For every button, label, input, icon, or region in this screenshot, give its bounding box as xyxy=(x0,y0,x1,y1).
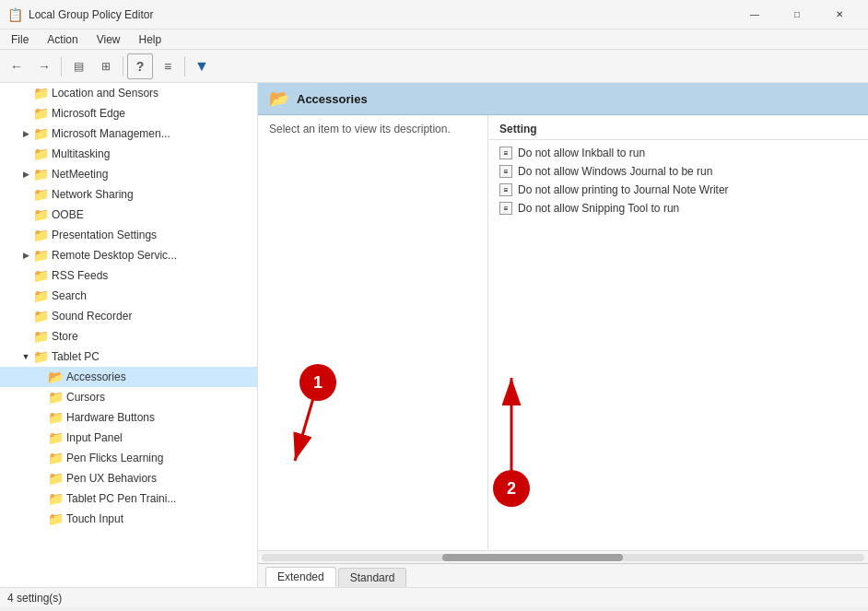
toolbar-separator-3 xyxy=(184,56,185,76)
tree-item-label: Input Panel xyxy=(66,431,123,444)
tree-item-accessories[interactable]: 📂 Accessories xyxy=(0,367,257,387)
setting-icon-3: ≡ xyxy=(499,183,512,196)
filter-button[interactable]: ▼ xyxy=(189,53,215,79)
expand-icon xyxy=(18,288,33,303)
tree-item-tablet-pc[interactable]: ▼ 📁 Tablet PC xyxy=(0,347,257,367)
expand-icon xyxy=(33,430,48,445)
setting-label-2: Do not allow Windows Journal to be run xyxy=(518,165,712,178)
tree-item-label: Accessories xyxy=(66,370,126,383)
menu-view[interactable]: View xyxy=(89,31,128,48)
tree-item-pen-ux-behaviors[interactable]: 📁 Pen UX Behaviors xyxy=(0,468,257,488)
tree-item-label: Remote Desktop Servic... xyxy=(52,249,177,262)
folder-icon: 📁 xyxy=(33,228,48,242)
tree-item-label: Sound Recorder xyxy=(52,310,132,323)
scrollbar-thumb[interactable] xyxy=(442,554,623,561)
tree-item-touch-input[interactable]: 📁 Touch Input xyxy=(0,509,257,529)
tree-item-pen-flicks-learning[interactable]: 📁 Pen Flicks Learning xyxy=(0,448,257,468)
tree-item-sound-recorder[interactable]: 📁 Sound Recorder xyxy=(0,306,257,326)
menu-action[interactable]: Action xyxy=(40,31,85,48)
tree-item-multitasking[interactable]: 📁 Multitasking xyxy=(0,144,257,164)
tree-panel[interactable]: 📁 Location and Sensors 📁 Microsoft Edge … xyxy=(0,83,258,587)
content-body: Select an item to view its description. … xyxy=(258,115,868,550)
expand-icon xyxy=(18,86,33,100)
expand-icon: ▼ xyxy=(18,349,33,364)
folder-icon: 📁 xyxy=(33,86,48,100)
forward-button[interactable]: → xyxy=(31,53,57,79)
toolbar-separator-1 xyxy=(61,56,62,76)
toggle-button[interactable]: ⊞ xyxy=(93,53,119,79)
description-pane: Select an item to view its description. xyxy=(258,115,488,550)
folder-icon: 📁 xyxy=(33,288,48,303)
folder-icon: 📁 xyxy=(33,207,48,222)
expand-icon: ▶ xyxy=(18,167,33,182)
setting-row-2[interactable]: ≡ Do not allow Windows Journal to be run xyxy=(488,162,868,181)
title-bar-left: 📋 Local Group Policy Editor xyxy=(7,7,153,22)
expand-icon xyxy=(18,106,33,121)
properties-button[interactable]: ≡ xyxy=(155,53,181,79)
folder-icon: 📁 xyxy=(33,268,48,283)
show-hide-tree-button[interactable]: ▤ xyxy=(65,53,91,79)
tree-item-label: Pen Flicks Learning xyxy=(66,452,163,464)
maximize-button[interactable]: □ xyxy=(776,0,818,29)
expand-icon xyxy=(33,511,48,526)
horizontal-scrollbar[interactable] xyxy=(258,550,868,563)
tree-item-input-panel[interactable]: 📁 Input Panel xyxy=(0,428,257,448)
expand-icon xyxy=(33,410,48,425)
expand-icon xyxy=(18,268,33,283)
setting-row-1[interactable]: ≡ Do not allow Inkball to run xyxy=(488,144,868,162)
setting-row-4[interactable]: ≡ Do not allow Snipping Tool to run xyxy=(488,199,868,217)
title-bar: 📋 Local Group Policy Editor — □ ✕ xyxy=(0,0,868,29)
folder-icon: 📁 xyxy=(33,126,48,141)
tree-item-tablet-pc-pen-training[interactable]: 📁 Tablet PC Pen Traini... xyxy=(0,488,257,509)
help-button[interactable]: ? xyxy=(127,53,153,79)
expand-icon xyxy=(33,471,48,486)
tree-item-search[interactable]: 📁 Search xyxy=(0,286,257,306)
tree-item-label: Presentation Settings xyxy=(52,229,157,241)
minimize-button[interactable]: — xyxy=(733,0,776,29)
folder-icon: 📁 xyxy=(48,471,63,486)
tree-item-label: Store xyxy=(52,330,78,343)
back-button[interactable]: ← xyxy=(4,53,29,79)
tree-item-cursors[interactable]: 📁 Cursors xyxy=(0,387,257,407)
tree-item-oobe[interactable]: 📁 OOBE xyxy=(0,205,257,225)
tree-item-microsoft-management[interactable]: ▶ 📁 Microsoft Managemen... xyxy=(0,123,257,144)
tab-standard[interactable]: Standard xyxy=(338,568,407,587)
settings-pane[interactable]: Setting ≡ Do not allow Inkball to run ≡ … xyxy=(488,115,868,550)
window-title: Local Group Policy Editor xyxy=(29,8,153,21)
folder-icon: 📁 xyxy=(48,491,63,506)
folder-icon: 📁 xyxy=(33,106,48,121)
tree-item-netmeeting[interactable]: ▶ 📁 NetMeeting xyxy=(0,164,257,184)
expand-icon xyxy=(18,228,33,242)
toolbar-separator-2 xyxy=(123,56,123,76)
tree-item-remote-desktop[interactable]: ▶ 📁 Remote Desktop Servic... xyxy=(0,245,257,265)
tree-item-rss-feeds[interactable]: 📁 RSS Feeds xyxy=(0,265,257,286)
window-controls: — □ ✕ xyxy=(733,0,861,29)
folder-icon: 📂 xyxy=(48,370,63,384)
tree-item-location-sensors[interactable]: 📁 Location and Sensors xyxy=(0,83,257,103)
main-area: 📁 Location and Sensors 📁 Microsoft Edge … xyxy=(0,83,868,587)
tree-item-store[interactable]: 📁 Store xyxy=(0,326,257,347)
folder-icon: 📁 xyxy=(48,390,63,405)
tree-item-label: RSS Feeds xyxy=(52,269,108,282)
tree-item-presentation-settings[interactable]: 📁 Presentation Settings xyxy=(0,225,257,245)
tree-item-hardware-buttons[interactable]: 📁 Hardware Buttons xyxy=(0,407,257,428)
menu-help[interactable]: Help xyxy=(132,31,170,48)
expand-icon xyxy=(18,329,33,344)
folder-icon: 📁 xyxy=(48,451,63,465)
setting-row-3[interactable]: ≡ Do not allow printing to Journal Note … xyxy=(488,181,868,199)
content-panel: 📂 Accessories Select an item to view its… xyxy=(258,83,868,587)
tab-extended[interactable]: Extended xyxy=(265,567,336,587)
status-bar: 4 setting(s) xyxy=(0,587,868,607)
expand-icon: ▶ xyxy=(18,248,33,263)
folder-icon: 📁 xyxy=(33,187,48,202)
expand-icon xyxy=(18,187,33,202)
expand-icon xyxy=(33,451,48,465)
content-title: Accessories xyxy=(297,92,368,106)
menu-file[interactable]: File xyxy=(4,31,36,48)
tree-item-label: Hardware Buttons xyxy=(66,411,155,424)
tree-item-network-sharing[interactable]: 📁 Network Sharing xyxy=(0,184,257,205)
setting-label-4: Do not allow Snipping Tool to run xyxy=(518,202,679,215)
close-button[interactable]: ✕ xyxy=(818,0,861,29)
tree-item-microsoft-edge[interactable]: 📁 Microsoft Edge xyxy=(0,103,257,123)
tree-item-label: Touch Input xyxy=(66,512,123,525)
